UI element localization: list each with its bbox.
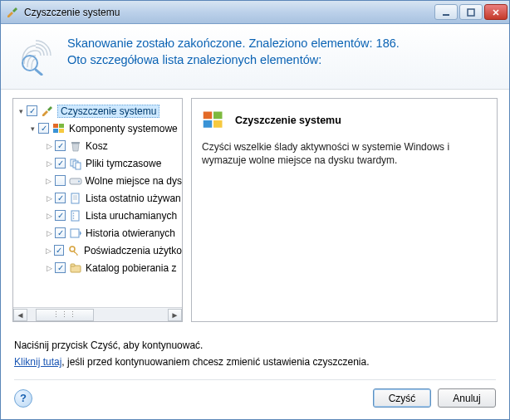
tree-item-label: Kosz (86, 140, 108, 152)
svg-point-20 (73, 215, 75, 217)
windows-icon (52, 122, 66, 135)
svg-rect-1 (468, 9, 474, 16)
maximize-button[interactable] (459, 4, 483, 20)
disk-icon (69, 174, 82, 188)
footer-link-rest: , jeśli przed kontynuowaniem chcesz zmie… (61, 356, 369, 368)
tree-item-label: Lista ostatnio używan (86, 193, 181, 204)
app-icon (6, 6, 19, 19)
expander-icon[interactable] (17, 107, 25, 115)
tree-group[interactable]: Komponenty systemowe (17, 120, 182, 137)
change-settings-link[interactable]: Kliknij tutaj (14, 356, 61, 368)
checkbox[interactable] (54, 245, 64, 256)
checkbox[interactable] (55, 227, 66, 238)
downloads-icon (69, 261, 82, 275)
button-row: ? Czyść Anuluj (14, 379, 496, 408)
svg-point-19 (73, 212, 75, 214)
expander-icon[interactable] (28, 125, 37, 133)
tree-item-label: Pliki tymczasowe (86, 158, 161, 169)
svg-rect-29 (213, 120, 223, 128)
checkbox[interactable] (55, 140, 66, 151)
scroll-left-button[interactable]: ◄ (13, 309, 27, 321)
svg-rect-25 (71, 264, 75, 266)
tree-panel: Czyszczenie systemu Komponenty systemowe… (12, 98, 183, 322)
cleanup-icon (41, 105, 54, 118)
window-title: Czyszczenie systemu (24, 7, 434, 18)
minimize-button[interactable] (434, 4, 458, 20)
svg-rect-4 (53, 124, 58, 128)
tree-item[interactable]: Wolne miejsce na dys (17, 172, 182, 189)
tree-item[interactable]: Lista uruchamianych (17, 207, 182, 224)
expander-icon[interactable] (45, 159, 53, 168)
scroll-track[interactable]: ⋮⋮⋮ (27, 309, 168, 321)
svg-rect-18 (71, 211, 79, 221)
tree-item-label: Poświadczenia użytko (84, 245, 182, 256)
tree-item[interactable]: Lista ostatnio używan (17, 189, 182, 207)
tempfiles-icon (69, 157, 82, 170)
tree-item[interactable]: Pliki tymczasowe (17, 154, 182, 172)
checkbox[interactable] (55, 262, 66, 273)
credentials-icon (67, 244, 81, 257)
app-window: Czyszczenie systemu (0, 0, 510, 420)
svg-rect-3 (34, 68, 43, 76)
tree-item-label: Wolne miejsce na dys (86, 175, 183, 187)
clean-button[interactable]: Czyść (373, 388, 431, 408)
content-row: Czyszczenie systemu Komponenty systemowe… (1, 90, 509, 333)
footer-link-row: Kliknij tutaj, jeśli przed kontynuowanie… (14, 356, 496, 368)
expander-icon[interactable] (45, 247, 52, 255)
footer: Naciśnij przycisk Czyść, aby kontynuować… (1, 333, 509, 419)
svg-rect-8 (71, 142, 80, 144)
svg-rect-27 (213, 112, 223, 120)
tree-item-label: Katalog pobierania z (86, 262, 176, 274)
run-list-icon (69, 209, 82, 222)
horizontal-scrollbar[interactable]: ◄ ⋮⋮⋮ ► (13, 307, 182, 321)
tree-item[interactable]: Poświadczenia użytko (17, 242, 182, 259)
scroll-right-button[interactable]: ► (168, 309, 182, 321)
svg-rect-26 (204, 112, 213, 120)
expander-icon[interactable] (45, 177, 53, 185)
svg-rect-11 (76, 163, 81, 169)
cleanup-icon (202, 109, 225, 132)
tree-item[interactable]: Kosz (17, 137, 182, 154)
svg-rect-28 (204, 120, 213, 128)
expander-icon[interactable] (45, 229, 53, 237)
fingerprint-icon (16, 36, 56, 76)
cancel-button[interactable]: Anuluj (438, 388, 496, 408)
svg-rect-5 (59, 124, 64, 128)
svg-point-21 (73, 217, 75, 219)
header-line2: Oto szczegółowa lista znalezionych eleme… (67, 52, 400, 69)
header-band: Skanowanie zostało zakończone. Znalezion… (1, 24, 509, 90)
tree-view[interactable]: Czyszczenie systemu Komponenty systemowe… (13, 99, 182, 307)
svg-rect-22 (71, 229, 79, 237)
header-line1: Skanowanie zostało zakończone. Znalezion… (67, 36, 400, 52)
tree-group-label: Komponenty systemowe (69, 123, 178, 134)
tree-root-label: Czyszczenie systemu (57, 105, 159, 118)
expander-icon[interactable] (45, 212, 53, 220)
close-button[interactable] (484, 4, 508, 20)
description-panel: Czyszczenie systemu Czyści wszelkie ślad… (191, 98, 498, 322)
checkbox[interactable] (55, 210, 66, 221)
footer-hint: Naciśnij przycisk Czyść, aby kontynuować… (14, 339, 496, 351)
expander-icon[interactable] (45, 142, 53, 150)
checkbox[interactable] (55, 193, 66, 203)
description-body: Czyści wszelkie ślady aktywności w syste… (202, 140, 487, 167)
checkbox[interactable] (55, 175, 66, 186)
tree-item[interactable]: Katalog pobierania z (17, 259, 182, 276)
tree-item-label: Lista uruchamianych (86, 210, 177, 222)
tree-item[interactable]: Historia otwieranych (17, 224, 182, 242)
titlebar[interactable]: Czyszczenie systemu (1, 1, 509, 24)
svg-rect-0 (443, 14, 449, 16)
checkbox[interactable] (55, 158, 66, 168)
svg-point-13 (78, 180, 80, 182)
recent-icon (69, 192, 82, 205)
scroll-thumb[interactable]: ⋮⋮⋮ (36, 309, 94, 321)
window-controls (434, 4, 508, 20)
help-icon[interactable]: ? (14, 389, 32, 408)
tree-root[interactable]: Czyszczenie systemu (17, 102, 182, 120)
expander-icon[interactable] (45, 194, 53, 203)
expander-icon[interactable] (45, 264, 53, 272)
trash-icon (69, 139, 82, 153)
tree-item-label: Historia otwieranych (86, 227, 175, 239)
checkbox[interactable] (38, 123, 49, 134)
checkbox[interactable] (27, 105, 37, 116)
description-title: Czyszczenie systemu (235, 115, 341, 126)
